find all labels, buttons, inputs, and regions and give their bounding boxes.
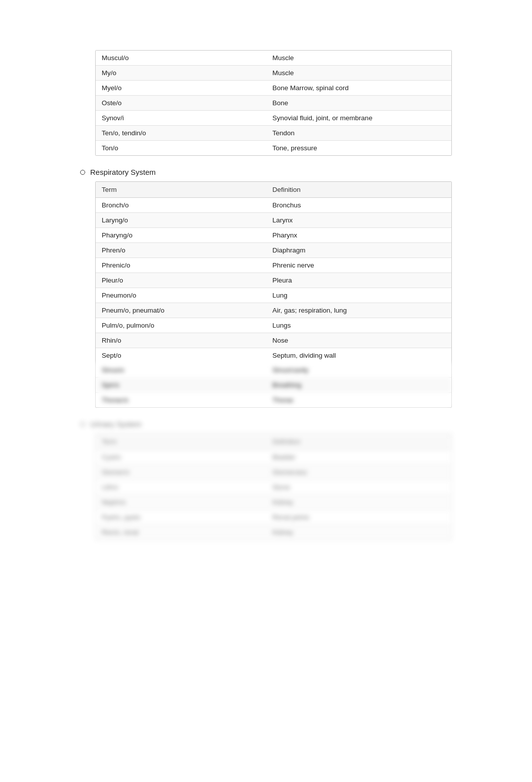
definition-cell: Muscle: [267, 51, 451, 66]
table-row: Muscul/o Muscle: [96, 51, 451, 66]
definition-cell: Glomerulus: [267, 465, 451, 480]
urinary-bullet: [80, 422, 85, 427]
definition-cell: Bronchus: [267, 198, 451, 213]
table-row: Phrenic/o Phrenic nerve: [96, 258, 451, 273]
urinary-header: Urinary System: [80, 420, 452, 428]
term-cell: Rhin/o: [96, 333, 267, 348]
term-cell: Pharyng/o: [96, 228, 267, 243]
table-row: Phren/o Diaphragm: [96, 243, 451, 258]
definition-cell: Phrenic nerve: [267, 258, 451, 273]
table-row: Pneumon/o Lung: [96, 288, 451, 303]
definition-cell: Septum, dividing wall: [267, 348, 451, 363]
term-cell: Pyel/o, pyelo: [96, 510, 267, 525]
term-cell: Spir/o: [96, 378, 267, 393]
table-row: Nephr/o Kidney: [96, 495, 451, 510]
term-cell: Ren/o, renal: [96, 525, 267, 540]
respiratory-table: Term Definition Bronch/o Bronchus Laryng…: [96, 182, 451, 407]
definition-cell: Air, gas; respiration, lung: [267, 303, 451, 318]
term-cell: Nephr/o: [96, 495, 267, 510]
definition-cell: Muscle: [267, 66, 451, 81]
definition-cell: Tone, pressure: [267, 141, 451, 156]
respiratory-table-wrapper: Term Definition Bronch/o Bronchus Laryng…: [95, 181, 452, 408]
term-cell: Bronch/o: [96, 198, 267, 213]
definition-cell: Pleura: [267, 273, 451, 288]
table-row: Laryng/o Larynx: [96, 213, 451, 228]
definition-cell: Kidney: [267, 525, 451, 540]
respiratory-title: Respiratory System: [90, 168, 156, 176]
definition-cell: Thorax: [267, 393, 451, 408]
table-row: Cyst/o Bladder: [96, 450, 451, 465]
term-cell: Pneumon/o: [96, 288, 267, 303]
table-row: Synov/i Synovial fluid, joint, or membra…: [96, 111, 451, 126]
term-cell: Phrenic/o: [96, 258, 267, 273]
definition-cell: Renal pelvis: [267, 510, 451, 525]
respiratory-bullet: [80, 170, 85, 175]
table-row: Ren/o, renal Kidney: [96, 525, 451, 540]
table-row: Sinus/o Sinus/cavity: [96, 363, 451, 378]
term-cell: Oste/o: [96, 96, 267, 111]
urinary-table-wrapper: Term Definition Cyst/o Bladder Glomer/o …: [95, 433, 452, 540]
muscular-table-wrapper: Muscul/o Muscle My/o Muscle Myel/o Bone …: [95, 50, 452, 156]
definition-cell: Lung: [267, 288, 451, 303]
respiratory-header: Respiratory System: [80, 168, 452, 176]
muscular-section: Muscul/o Muscle My/o Muscle Myel/o Bone …: [80, 50, 452, 156]
definition-cell: Bladder: [267, 450, 451, 465]
term-cell: Laryng/o: [96, 213, 267, 228]
table-row: Bronch/o Bronchus: [96, 198, 451, 213]
definition-cell: Larynx: [267, 213, 451, 228]
table-row: Oste/o Bone: [96, 96, 451, 111]
page-container: Muscul/o Muscle My/o Muscle Myel/o Bone …: [0, 40, 532, 562]
urinary-title: Urinary System: [90, 420, 142, 428]
table-row: Rhin/o Nose: [96, 333, 451, 348]
definition-cell: Synovial fluid, joint, or membrane: [267, 111, 451, 126]
definition-cell: Kidney: [267, 495, 451, 510]
definition-cell: Breathing: [267, 378, 451, 393]
term-cell: Phren/o: [96, 243, 267, 258]
respiratory-table-header-row: Term Definition: [96, 182, 451, 198]
term-cell: Sinus/o: [96, 363, 267, 378]
definition-cell: Stone: [267, 480, 451, 495]
table-row: My/o Muscle: [96, 66, 451, 81]
table-row: Thorac/o Thorax: [96, 393, 451, 408]
table-row: Sept/o Septum, dividing wall: [96, 348, 451, 363]
term-cell: Lith/o: [96, 480, 267, 495]
term-cell: Ton/o: [96, 141, 267, 156]
definition-cell: Nose: [267, 333, 451, 348]
muscular-table: Muscul/o Muscle My/o Muscle Myel/o Bone …: [96, 51, 451, 155]
definition-cell: Tendon: [267, 126, 451, 141]
respiratory-section: Respiratory System Term Definition Bronc…: [80, 168, 452, 408]
term-cell: Myel/o: [96, 81, 267, 96]
term-cell: Ten/o, tendin/o: [96, 126, 267, 141]
term-cell: My/o: [96, 66, 267, 81]
definition-cell: Sinus/cavity: [267, 363, 451, 378]
term-cell: Muscul/o: [96, 51, 267, 66]
table-row: Spir/o Breathing: [96, 378, 451, 393]
term-cell: Pneum/o, pneumat/o: [96, 303, 267, 318]
term-cell: Pulm/o, pulmon/o: [96, 318, 267, 333]
term-cell: Synov/i: [96, 111, 267, 126]
definition-cell: Bone Marrow, spinal cord: [267, 81, 451, 96]
table-row: Pyel/o, pyelo Renal pelvis: [96, 510, 451, 525]
term-cell: Sept/o: [96, 348, 267, 363]
table-row: Ten/o, tendin/o Tendon: [96, 126, 451, 141]
term-cell: Thorac/o: [96, 393, 267, 408]
urinary-section: Urinary System Term Definition Cyst/o Bl…: [80, 420, 452, 540]
table-row: Myel/o Bone Marrow, spinal cord: [96, 81, 451, 96]
table-row: Pharyng/o Pharynx: [96, 228, 451, 243]
definition-cell: Lungs: [267, 318, 451, 333]
table-row: Lith/o Stone: [96, 480, 451, 495]
table-row: Ton/o Tone, pressure: [96, 141, 451, 156]
definition-cell: Bone: [267, 96, 451, 111]
urinary-table: Term Definition Cyst/o Bladder Glomer/o …: [96, 434, 451, 540]
respiratory-col-def: Definition: [267, 182, 451, 198]
urinary-col-term: Term: [96, 434, 267, 450]
term-cell: Cyst/o: [96, 450, 267, 465]
urinary-table-header-row: Term Definition: [96, 434, 451, 450]
definition-cell: Pharynx: [267, 228, 451, 243]
definition-cell: Diaphragm: [267, 243, 451, 258]
table-row: Pneum/o, pneumat/o Air, gas; respiration…: [96, 303, 451, 318]
urinary-col-def: Definition: [267, 434, 451, 450]
table-row: Glomer/o Glomerulus: [96, 465, 451, 480]
respiratory-col-term: Term: [96, 182, 267, 198]
table-row: Pleur/o Pleura: [96, 273, 451, 288]
